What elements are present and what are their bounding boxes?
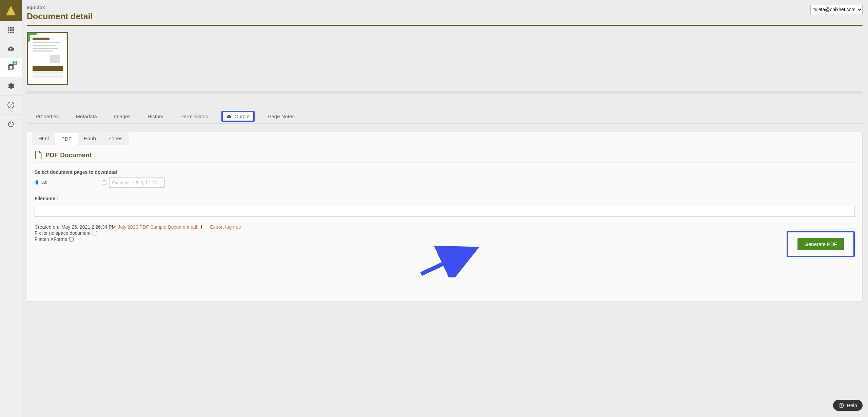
tab-history-label: History xyxy=(147,113,163,119)
thumbnail-scrollbar[interactable] xyxy=(27,91,863,94)
help-widget[interactable]: ? Help xyxy=(833,400,863,411)
svg-rect-2 xyxy=(10,27,12,28)
svg-text:?: ? xyxy=(10,103,12,107)
question-circle-icon: ? xyxy=(7,101,15,109)
thumbnail-preview xyxy=(30,35,65,82)
tab-output-label: Output xyxy=(234,113,250,119)
svg-rect-5 xyxy=(10,29,12,31)
pages-range-input[interactable] xyxy=(109,178,165,188)
title-underline xyxy=(27,25,863,26)
nav-settings[interactable] xyxy=(0,77,22,95)
radio-all[interactable]: All xyxy=(35,180,47,185)
document-tabs: Properties Metadata Images History Permi… xyxy=(27,109,863,124)
grid-icon xyxy=(7,26,15,34)
page-thumbnail[interactable] xyxy=(27,32,68,85)
filename-label: Filename : xyxy=(35,196,855,201)
svg-rect-1 xyxy=(8,27,9,28)
radio-range[interactable] xyxy=(102,178,165,188)
nav-documents[interactable]: 2 xyxy=(0,58,22,77)
tab-images[interactable]: Images xyxy=(111,109,134,123)
gear-icon xyxy=(7,82,15,90)
brand-logo[interactable] xyxy=(0,0,22,21)
subtab-pdf[interactable]: PDF xyxy=(55,132,78,145)
created-time: May 26, 2021 2:26:34 PM xyxy=(61,224,116,230)
svg-rect-6 xyxy=(13,29,14,31)
main-content: equidox Document detail tuleta@onixnet.c… xyxy=(22,0,868,417)
documents-badge: 2 xyxy=(13,61,17,65)
help-icon: ? xyxy=(839,403,844,408)
nav-upload[interactable] xyxy=(0,39,22,58)
nav-logout[interactable] xyxy=(0,114,22,133)
svg-rect-9 xyxy=(13,32,14,33)
tab-metadata[interactable]: Metadata xyxy=(72,109,100,123)
tab-permissions[interactable]: Permissions xyxy=(177,109,212,123)
generate-pdf-highlight: Generate PDF xyxy=(787,231,855,257)
generate-pdf-button[interactable]: Generate PDF xyxy=(797,238,844,250)
svg-text:?: ? xyxy=(841,404,842,407)
cloud-download-icon xyxy=(226,114,232,119)
subtab-html-label: Html xyxy=(38,135,49,141)
svg-rect-3 xyxy=(13,27,14,28)
tab-output[interactable]: Output xyxy=(221,111,254,122)
tab-metadata-label: Metadata xyxy=(76,113,97,119)
cloud-upload-icon xyxy=(7,45,15,53)
page-title: Document detail xyxy=(27,12,93,21)
tab-page-notes[interactable]: Page Notes xyxy=(265,109,298,123)
nav-dashboard[interactable] xyxy=(0,21,22,39)
output-panel: Html PDF Epub Zones PDF Document Select … xyxy=(27,132,863,301)
svg-rect-7 xyxy=(8,32,9,33)
tab-properties-label: Properties xyxy=(36,113,59,119)
svg-marker-0 xyxy=(6,5,16,15)
source-file-link[interactable]: July 2020 PDF Sample Document.pdf xyxy=(118,224,197,230)
flatten-xforms-label: Flatten XForms xyxy=(35,236,67,242)
pdf-section-title: PDF Document xyxy=(35,151,855,159)
pdf-section-title-text: PDF Document xyxy=(45,151,92,159)
subtab-zones-label: Zones xyxy=(108,135,123,141)
svg-rect-8 xyxy=(10,32,12,33)
select-pages-label: Select document pages to download xyxy=(35,169,855,175)
tab-properties[interactable]: Properties xyxy=(32,109,62,123)
svg-rect-4 xyxy=(8,29,9,31)
subtab-epub-label: Epub xyxy=(84,135,96,141)
pdf-file-icon xyxy=(35,151,42,159)
fix-nospace-checkbox[interactable] xyxy=(93,231,97,235)
download-icon[interactable]: ⬇ xyxy=(199,224,203,230)
tab-page-notes-label: Page Notes xyxy=(268,113,295,119)
export-tag-tree-link[interactable]: Export tag tree xyxy=(210,224,241,230)
section-divider xyxy=(35,163,855,163)
help-label: Help xyxy=(847,402,857,408)
subtab-zones[interactable]: Zones xyxy=(102,132,129,145)
subtab-pdf-label: PDF xyxy=(61,136,72,142)
subtab-html[interactable]: Html xyxy=(32,132,55,145)
power-icon xyxy=(7,120,15,128)
user-select[interactable]: tuleta@onixnet.com xyxy=(810,5,863,14)
fix-nospace-label: Fix for no space document xyxy=(35,230,91,236)
created-prefix: Created on: xyxy=(35,224,59,230)
radio-all-label: All xyxy=(42,180,47,185)
brand-text: equidox xyxy=(27,5,93,10)
tab-images-label: Images xyxy=(114,113,131,119)
tab-permissions-label: Permissions xyxy=(180,113,208,119)
nav-help[interactable]: ? xyxy=(0,96,22,114)
tab-history[interactable]: History xyxy=(144,109,167,123)
radio-all-input[interactable] xyxy=(35,180,39,185)
radio-range-input[interactable] xyxy=(102,180,106,185)
sidebar-rail: 2 ? xyxy=(0,0,22,417)
filename-input[interactable] xyxy=(35,206,855,217)
flatten-xforms-checkbox[interactable] xyxy=(69,237,74,242)
subtab-epub[interactable]: Epub xyxy=(78,132,102,145)
